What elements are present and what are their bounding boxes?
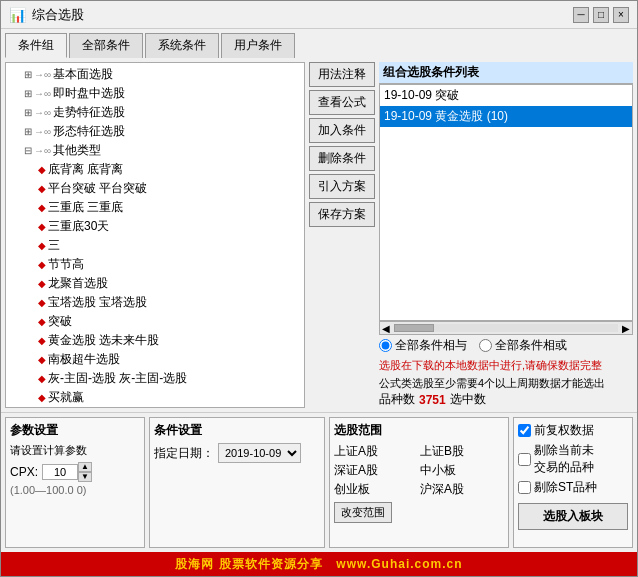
tree-item-other[interactable]: ⊟ →∞ 其他类型 bbox=[8, 141, 302, 160]
title-controls: ─ □ × bbox=[573, 7, 629, 23]
range-box: 选股范围 上证A股 上证B股 深证A股 中小板 创业板 沪深A股 bbox=[329, 417, 509, 548]
add-condition-button[interactable]: 加入条件 bbox=[309, 118, 375, 143]
expand-icon: ⊞ bbox=[24, 107, 32, 118]
checkbox-row-1: 前复权数据 bbox=[518, 422, 628, 439]
breed-count: 3751 bbox=[419, 393, 446, 407]
diamond-icon: ◆ bbox=[38, 183, 46, 194]
watermark-text: 股海网 股票软件资源分享 bbox=[175, 557, 331, 571]
tree-item-shape[interactable]: ⊞ →∞ 形态特征选股 bbox=[8, 122, 302, 141]
range-item-gem: 创业板 bbox=[334, 481, 418, 498]
tree-area[interactable]: ⊞ →∞ 基本面选股 ⊞ →∞ 即时盘中选股 ⊞ →∞ 走势特征选股 ⊞ →∞ bbox=[6, 63, 304, 407]
connector: →∞ bbox=[34, 145, 51, 156]
change-range-button[interactable]: 改变范围 bbox=[334, 502, 392, 523]
scroll-track bbox=[394, 324, 618, 332]
tree-label: 三重底 三重底 bbox=[48, 199, 123, 216]
action-buttons: 用法注释 查看公式 加入条件 删除条件 引入方案 保存方案 bbox=[309, 62, 375, 408]
cpx-label: CPX: bbox=[10, 465, 38, 479]
condition-list-col: 组合选股条件列表 19-10-09 突破 19-10-09 黄金选股 (10) … bbox=[379, 62, 633, 408]
param-title: 参数设置 bbox=[10, 422, 140, 439]
tab-user-conditions[interactable]: 用户条件 bbox=[221, 33, 295, 58]
param-box: 参数设置 请设置计算参数 CPX: ▲ ▼ (1.00—100.0 0) bbox=[5, 417, 145, 548]
tree-item-buy-win[interactable]: ◆ 买就赢 bbox=[8, 388, 302, 407]
tree-item-dbl[interactable]: ◆ 底背离 底背离 bbox=[8, 160, 302, 179]
tree-item-basic[interactable]: ⊞ →∞ 基本面选股 bbox=[8, 65, 302, 84]
checkbox-exclude-trade[interactable] bbox=[518, 453, 531, 466]
date-select[interactable]: 2019-10-09 bbox=[218, 443, 301, 463]
tree-item-jjg[interactable]: ◆ 节节高 bbox=[8, 255, 302, 274]
stepper-down[interactable]: ▼ bbox=[78, 472, 92, 482]
delete-condition-button[interactable]: 删除条件 bbox=[309, 146, 375, 171]
diamond-icon: ◆ bbox=[38, 297, 46, 308]
list-item-1[interactable]: 19-10-09 突破 bbox=[380, 85, 632, 106]
options-box: 前复权数据 剔除当前未交易的品种 剔除ST品种 选股入板块 bbox=[513, 417, 633, 548]
tab-system-conditions[interactable]: 系统条件 bbox=[145, 33, 219, 58]
diamond-icon: ◆ bbox=[38, 392, 46, 403]
tree-item-triple-bottom[interactable]: ◆ 三重底 三重底 bbox=[8, 198, 302, 217]
restore-button[interactable]: □ bbox=[593, 7, 609, 23]
range-title: 选股范围 bbox=[334, 422, 504, 439]
scroll-right-btn[interactable]: ▶ bbox=[620, 323, 632, 334]
tree-label: 三 bbox=[48, 237, 60, 254]
checkbox-label-1: 前复权数据 bbox=[534, 422, 594, 439]
bottom-area: 参数设置 请设置计算参数 CPX: ▲ ▼ (1.00—100.0 0) 条件设… bbox=[1, 412, 637, 552]
radio-or[interactable]: 全部条件相或 bbox=[479, 337, 567, 354]
diamond-icon: ◆ bbox=[38, 259, 46, 270]
save-plan-button[interactable]: 保存方案 bbox=[309, 202, 375, 227]
radio-and[interactable]: 全部条件相与 bbox=[379, 337, 467, 354]
tree-item-pagoda[interactable]: ◆ 宝塔选股 宝塔选股 bbox=[8, 293, 302, 312]
window-title: 综合选股 bbox=[32, 6, 84, 24]
range-grid: 上证A股 上证B股 深证A股 中小板 创业板 沪深A股 bbox=[334, 443, 504, 498]
connector: →∞ bbox=[34, 126, 51, 137]
tree-item-three[interactable]: ◆ 三 bbox=[8, 236, 302, 255]
param-prompt: 请设置计算参数 bbox=[10, 443, 140, 458]
tree-item-realtime[interactable]: ⊞ →∞ 即时盘中选股 bbox=[8, 84, 302, 103]
tree-item-triple30[interactable]: ◆ 三重底30天 bbox=[8, 217, 302, 236]
list-item-2[interactable]: 19-10-09 黄金选股 (10) bbox=[380, 106, 632, 127]
usage-note-button[interactable]: 用法注释 bbox=[309, 62, 375, 87]
checkbox-exclude-st[interactable] bbox=[518, 481, 531, 494]
tree-label: 其他类型 bbox=[53, 142, 101, 159]
diamond-icon: ◆ bbox=[38, 202, 46, 213]
diamond-icon: ◆ bbox=[38, 240, 46, 251]
radio-and-input[interactable] bbox=[379, 339, 392, 352]
tree-item-break[interactable]: ◆ 突破 bbox=[8, 312, 302, 331]
tree-item-longjushou[interactable]: ◆ 龙聚首选股 bbox=[8, 274, 302, 293]
checkbox-prev-data[interactable] bbox=[518, 424, 531, 437]
tree-item-trend[interactable]: ⊞ →∞ 走势特征选股 bbox=[8, 103, 302, 122]
radio-or-input[interactable] bbox=[479, 339, 492, 352]
expand-icon: ⊞ bbox=[24, 126, 32, 137]
scrollbar-x[interactable]: ◀ ▶ bbox=[379, 321, 633, 335]
checkbox-row-3: 剔除ST品种 bbox=[518, 479, 628, 496]
close-button[interactable]: × bbox=[613, 7, 629, 23]
connector: →∞ bbox=[34, 88, 51, 99]
tabs-row: 条件组 全部条件 系统条件 用户条件 bbox=[1, 29, 637, 58]
left-panel: ⊞ →∞ 基本面选股 ⊞ →∞ 即时盘中选股 ⊞ →∞ 走势特征选股 ⊞ →∞ bbox=[5, 62, 305, 408]
tree-item-platform[interactable]: ◆ 平台突破 平台突破 bbox=[8, 179, 302, 198]
scroll-left-btn[interactable]: ◀ bbox=[380, 323, 392, 334]
tab-conditions-group[interactable]: 条件组 bbox=[5, 33, 67, 58]
condition-list-box[interactable]: 19-10-09 突破 19-10-09 黄金选股 (10) bbox=[379, 84, 633, 321]
diamond-icon: ◆ bbox=[38, 373, 46, 384]
tree-label: 走势特征选股 bbox=[53, 104, 125, 121]
import-plan-button[interactable]: 引入方案 bbox=[309, 174, 375, 199]
stepper-buttons: ▲ ▼ bbox=[78, 462, 92, 482]
view-formula-button[interactable]: 查看公式 bbox=[309, 90, 375, 115]
connector: →∞ bbox=[34, 107, 51, 118]
tab-all-conditions[interactable]: 全部条件 bbox=[69, 33, 143, 58]
tree-label: 突破 bbox=[48, 313, 72, 330]
tree-label: 底背离 底背离 bbox=[48, 161, 123, 178]
diamond-icon: ◆ bbox=[38, 221, 46, 232]
param-range: (1.00—100.0 0) bbox=[10, 484, 140, 496]
main-area: ⊞ →∞ 基本面选股 ⊞ →∞ 即时盘中选股 ⊞ →∞ 走势特征选股 ⊞ →∞ bbox=[1, 58, 637, 412]
minimize-button[interactable]: ─ bbox=[573, 7, 589, 23]
cpx-input[interactable] bbox=[42, 464, 78, 480]
stepper-up[interactable]: ▲ bbox=[78, 462, 92, 472]
tree-label: 即时盘中选股 bbox=[53, 85, 125, 102]
diamond-icon: ◆ bbox=[38, 278, 46, 289]
tree-item-grey[interactable]: ◆ 灰-主固-选股 灰-主固-选股 bbox=[8, 369, 302, 388]
tree-item-gold[interactable]: ◆ 黄金选股 选未来牛股 bbox=[8, 331, 302, 350]
tree-label: 黄金选股 选未来牛股 bbox=[48, 332, 159, 349]
list-header: 组合选股条件列表 bbox=[379, 62, 633, 84]
select-block-button[interactable]: 选股入板块 bbox=[518, 503, 628, 530]
tree-item-nanjisuper[interactable]: ◆ 南极超牛选股 bbox=[8, 350, 302, 369]
